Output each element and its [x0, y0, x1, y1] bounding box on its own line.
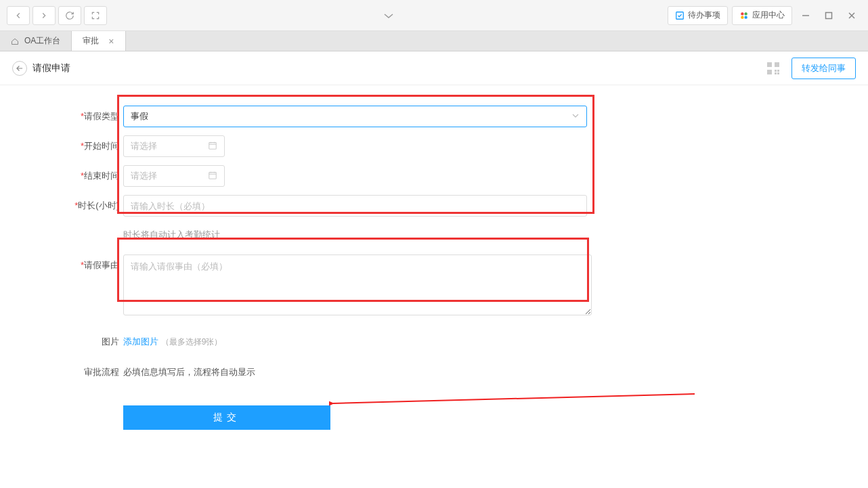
svg-point-3 — [741, 16, 743, 18]
window-titlebar: 待办事项 应用中心 — [0, 0, 868, 31]
svg-rect-8 — [767, 70, 772, 74]
label-start-time: *开始时间 — [68, 135, 119, 152]
chevron-down-icon — [571, 112, 580, 122]
row-duration: *时长(小时) — [0, 195, 868, 217]
add-image-link[interactable]: 添加图片 — [123, 336, 158, 347]
svg-rect-13 — [209, 142, 217, 149]
end-time-picker[interactable]: 请选择 — [123, 165, 225, 187]
tab-approval[interactable]: 审批 × — [72, 31, 125, 51]
label-image: 图片 — [68, 331, 119, 348]
appcenter-icon — [739, 11, 749, 20]
page-title: 请假申请 — [32, 62, 70, 74]
svg-rect-7 — [775, 62, 779, 67]
tab-close-icon[interactable]: × — [108, 36, 114, 47]
row-leave-type: *请假类型 事假 — [0, 106, 868, 127]
calendar-icon — [208, 141, 217, 152]
tab-approval-label: 审批 — [83, 35, 99, 47]
leave-type-value: 事假 — [131, 110, 571, 123]
start-time-picker[interactable]: 请选择 — [123, 135, 225, 157]
window-minimize-button[interactable] — [796, 6, 815, 25]
submit-button[interactable]: 提交 — [123, 405, 330, 430]
end-time-placeholder: 请选择 — [131, 170, 208, 182]
label-flow: 审批流程 — [68, 361, 119, 378]
home-icon — [11, 37, 19, 45]
svg-line-15 — [333, 394, 695, 403]
svg-rect-12 — [777, 70, 779, 72]
svg-rect-5 — [826, 12, 832, 18]
row-reason: *请假事由 — [0, 254, 868, 317]
todo-label: 待办事项 — [688, 9, 720, 21]
calendar-icon — [208, 171, 217, 182]
form-container: *请假类型 事假 *开始时间 请选择 *结束时间 请选择 — [0, 85, 868, 430]
window-close-button[interactable] — [842, 6, 861, 25]
todo-icon — [675, 11, 685, 20]
duration-hint: 时长将自动计入考勤统计 — [123, 225, 868, 254]
todo-button[interactable]: 待办事项 — [668, 6, 728, 25]
forward-button[interactable]: 转发给同事 — [791, 58, 856, 79]
label-duration: *时长(小时) — [68, 195, 119, 212]
image-hint: （最多选择9张） — [161, 337, 223, 347]
svg-point-4 — [744, 16, 747, 18]
label-end-time: *结束时间 — [68, 165, 119, 182]
row-flow: 审批流程 必填信息填写后，流程将自动显示 — [0, 361, 868, 378]
titlebar-center — [110, 11, 668, 20]
qrcode-icon[interactable] — [767, 62, 779, 74]
window-maximize-button[interactable] — [819, 6, 838, 25]
svg-point-1 — [741, 12, 743, 15]
row-image: 图片 添加图片 （最多选择9张） — [0, 331, 868, 348]
flow-text: 必填信息填写后，流程将自动显示 — [123, 367, 255, 377]
svg-rect-14 — [209, 172, 217, 179]
nav-back-button[interactable] — [7, 6, 30, 25]
svg-rect-11 — [775, 72, 777, 74]
svg-point-2 — [744, 12, 747, 15]
svg-rect-6 — [767, 62, 772, 67]
dropdown-caret-icon[interactable] — [381, 11, 397, 20]
label-leave-type: *请假类型 — [68, 106, 119, 123]
tab-bar: OA工作台 审批 × — [0, 31, 868, 51]
row-start-time: *开始时间 请选择 — [0, 135, 868, 157]
svg-rect-10 — [777, 72, 779, 74]
appcenter-label: 应用中心 — [752, 9, 785, 21]
appcenter-button[interactable]: 应用中心 — [732, 6, 792, 25]
refresh-button[interactable] — [58, 6, 81, 25]
duration-input[interactable] — [123, 195, 587, 217]
tab-home[interactable]: OA工作台 — [0, 31, 72, 51]
page-header: 请假申请 转发给同事 — [0, 51, 868, 85]
svg-rect-9 — [775, 70, 777, 72]
row-end-time: *结束时间 请选择 — [0, 165, 868, 187]
start-time-placeholder: 请选择 — [131, 140, 208, 152]
label-reason: *请假事由 — [68, 254, 119, 271]
leave-type-select[interactable]: 事假 — [123, 106, 587, 127]
fullscreen-button[interactable] — [84, 6, 107, 25]
annotation-arrow — [329, 390, 708, 417]
tab-home-label: OA工作台 — [24, 35, 60, 47]
reason-textarea[interactable] — [123, 254, 592, 315]
back-button[interactable] — [12, 61, 27, 76]
nav-forward-button[interactable] — [32, 6, 56, 25]
